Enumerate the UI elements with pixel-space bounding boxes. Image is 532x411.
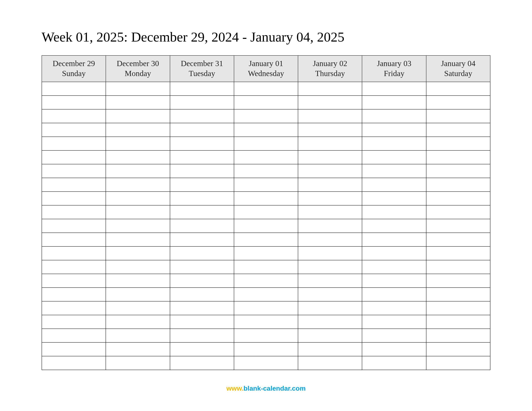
calendar-cell[interactable]: [426, 260, 490, 274]
calendar-cell[interactable]: [42, 178, 106, 191]
calendar-cell[interactable]: [426, 82, 490, 96]
calendar-cell[interactable]: [298, 123, 362, 137]
calendar-cell[interactable]: [298, 233, 362, 247]
calendar-cell[interactable]: [298, 219, 362, 233]
calendar-cell[interactable]: [42, 247, 106, 260]
calendar-cell[interactable]: [170, 329, 234, 343]
calendar-cell[interactable]: [362, 205, 426, 219]
calendar-cell[interactable]: [298, 109, 362, 123]
calendar-cell[interactable]: [106, 356, 170, 370]
calendar-cell[interactable]: [362, 274, 426, 287]
calendar-cell[interactable]: [426, 219, 490, 233]
calendar-cell[interactable]: [234, 287, 298, 301]
calendar-cell[interactable]: [362, 287, 426, 301]
calendar-cell[interactable]: [42, 287, 106, 301]
calendar-cell[interactable]: [42, 356, 106, 370]
calendar-cell[interactable]: [106, 301, 170, 315]
calendar-cell[interactable]: [106, 109, 170, 123]
calendar-cell[interactable]: [426, 205, 490, 219]
calendar-cell[interactable]: [234, 109, 298, 123]
calendar-cell[interactable]: [234, 82, 298, 96]
calendar-cell[interactable]: [42, 191, 106, 205]
calendar-cell[interactable]: [234, 150, 298, 164]
calendar-cell[interactable]: [362, 137, 426, 150]
calendar-cell[interactable]: [42, 329, 106, 343]
calendar-cell[interactable]: [106, 178, 170, 191]
calendar-cell[interactable]: [42, 233, 106, 247]
calendar-cell[interactable]: [362, 109, 426, 123]
calendar-cell[interactable]: [106, 82, 170, 96]
calendar-cell[interactable]: [298, 260, 362, 274]
calendar-cell[interactable]: [106, 96, 170, 109]
calendar-cell[interactable]: [42, 219, 106, 233]
calendar-cell[interactable]: [426, 356, 490, 370]
calendar-cell[interactable]: [170, 301, 234, 315]
calendar-cell[interactable]: [362, 356, 426, 370]
calendar-cell[interactable]: [234, 96, 298, 109]
calendar-cell[interactable]: [170, 150, 234, 164]
calendar-cell[interactable]: [362, 329, 426, 343]
calendar-cell[interactable]: [362, 343, 426, 356]
calendar-cell[interactable]: [298, 274, 362, 287]
calendar-cell[interactable]: [106, 164, 170, 178]
calendar-cell[interactable]: [362, 247, 426, 260]
calendar-cell[interactable]: [426, 287, 490, 301]
calendar-cell[interactable]: [234, 164, 298, 178]
calendar-cell[interactable]: [298, 178, 362, 191]
calendar-cell[interactable]: [106, 150, 170, 164]
calendar-cell[interactable]: [170, 219, 234, 233]
calendar-cell[interactable]: [234, 301, 298, 315]
calendar-cell[interactable]: [426, 233, 490, 247]
calendar-cell[interactable]: [170, 205, 234, 219]
calendar-cell[interactable]: [298, 315, 362, 329]
calendar-cell[interactable]: [298, 96, 362, 109]
calendar-cell[interactable]: [362, 219, 426, 233]
calendar-cell[interactable]: [234, 260, 298, 274]
calendar-cell[interactable]: [42, 315, 106, 329]
calendar-cell[interactable]: [234, 343, 298, 356]
calendar-cell[interactable]: [170, 260, 234, 274]
calendar-cell[interactable]: [42, 205, 106, 219]
calendar-cell[interactable]: [170, 274, 234, 287]
calendar-cell[interactable]: [426, 150, 490, 164]
calendar-cell[interactable]: [170, 233, 234, 247]
calendar-cell[interactable]: [298, 247, 362, 260]
calendar-cell[interactable]: [106, 260, 170, 274]
calendar-cell[interactable]: [426, 274, 490, 287]
calendar-cell[interactable]: [234, 247, 298, 260]
calendar-cell[interactable]: [298, 150, 362, 164]
calendar-cell[interactable]: [170, 164, 234, 178]
calendar-cell[interactable]: [298, 82, 362, 96]
calendar-cell[interactable]: [106, 343, 170, 356]
calendar-cell[interactable]: [298, 301, 362, 315]
calendar-cell[interactable]: [42, 260, 106, 274]
calendar-cell[interactable]: [426, 109, 490, 123]
calendar-cell[interactable]: [426, 123, 490, 137]
calendar-cell[interactable]: [170, 137, 234, 150]
calendar-cell[interactable]: [298, 329, 362, 343]
calendar-cell[interactable]: [362, 164, 426, 178]
calendar-cell[interactable]: [106, 233, 170, 247]
calendar-cell[interactable]: [234, 191, 298, 205]
calendar-cell[interactable]: [426, 191, 490, 205]
calendar-cell[interactable]: [170, 82, 234, 96]
calendar-cell[interactable]: [234, 329, 298, 343]
calendar-cell[interactable]: [426, 301, 490, 315]
calendar-cell[interactable]: [426, 343, 490, 356]
calendar-cell[interactable]: [106, 205, 170, 219]
calendar-cell[interactable]: [234, 274, 298, 287]
calendar-cell[interactable]: [170, 287, 234, 301]
calendar-cell[interactable]: [234, 205, 298, 219]
calendar-cell[interactable]: [106, 274, 170, 287]
calendar-cell[interactable]: [42, 301, 106, 315]
calendar-cell[interactable]: [170, 343, 234, 356]
calendar-cell[interactable]: [426, 96, 490, 109]
calendar-cell[interactable]: [234, 219, 298, 233]
calendar-cell[interactable]: [106, 219, 170, 233]
calendar-cell[interactable]: [234, 356, 298, 370]
calendar-cell[interactable]: [298, 205, 362, 219]
calendar-cell[interactable]: [106, 329, 170, 343]
calendar-cell[interactable]: [362, 301, 426, 315]
calendar-cell[interactable]: [234, 178, 298, 191]
calendar-cell[interactable]: [170, 109, 234, 123]
